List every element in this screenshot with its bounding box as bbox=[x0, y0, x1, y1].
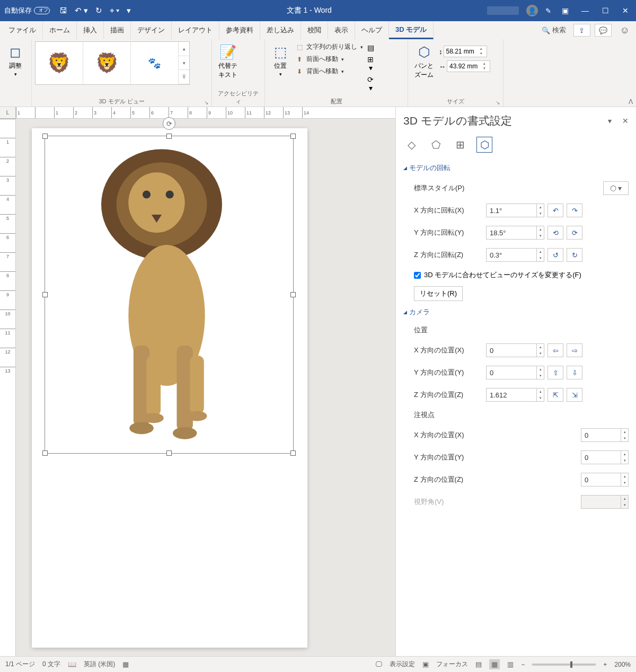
resize-handle-w[interactable] bbox=[42, 292, 48, 297]
zoom-in-button[interactable]: + bbox=[603, 661, 607, 668]
z-rotation-input[interactable]: 0.3°▴▾ bbox=[486, 248, 544, 262]
rotation-section[interactable]: モデルの回転 bbox=[403, 161, 629, 175]
width-input[interactable]: 43.92 mm▴▾ bbox=[447, 60, 490, 72]
selection-pane-icon[interactable]: ▤ bbox=[365, 43, 376, 52]
tab-design[interactable]: デザイン bbox=[131, 21, 172, 39]
qat-more-icon[interactable]: ▾ bbox=[127, 6, 131, 15]
x-rot-right-button[interactable]: ↷ bbox=[567, 204, 582, 217]
vertical-ruler[interactable]: 12345678910111213 bbox=[0, 119, 16, 656]
display-settings-icon[interactable]: 🖵 bbox=[375, 660, 382, 668]
pen-icon[interactable]: ✎ bbox=[545, 7, 551, 15]
tab-references[interactable]: 参考資料 bbox=[219, 21, 260, 39]
search-box[interactable]: 🔍検索 bbox=[536, 21, 571, 39]
tab-layout[interactable]: レイアウト bbox=[172, 21, 219, 39]
word-count[interactable]: 0 文字 bbox=[42, 660, 60, 669]
resize-handle-e[interactable] bbox=[290, 292, 296, 297]
view-thumb-2[interactable]: 🦁 bbox=[83, 42, 131, 84]
web-layout-icon[interactable]: ▥ bbox=[507, 660, 514, 668]
resize-handle-ne[interactable] bbox=[290, 134, 296, 139]
tab-draw[interactable]: 描画 bbox=[104, 21, 131, 39]
preset-dropdown[interactable]: ⬡ ▾ bbox=[603, 181, 629, 195]
x-pos-left-button[interactable]: ⇦ bbox=[547, 343, 563, 357]
collapse-ribbon-icon[interactable]: ᐱ bbox=[629, 98, 633, 105]
focus-icon[interactable]: ▣ bbox=[422, 660, 429, 668]
pane-options-icon[interactable]: ▾ bbox=[608, 117, 612, 125]
reset-button[interactable]: リセット(R) bbox=[414, 286, 463, 301]
print-layout-icon[interactable]: ▦ bbox=[489, 659, 500, 669]
x-rotation-input[interactable]: 1.1°▴▾ bbox=[486, 204, 544, 217]
resize-handle-se[interactable] bbox=[290, 450, 296, 456]
z-rot-cw-button[interactable]: ↻ bbox=[567, 248, 582, 262]
macro-icon[interactable]: ▦ bbox=[122, 660, 129, 668]
3d-views-gallery[interactable]: 🦁 🦁 🐾 ▴▾⊽ bbox=[35, 41, 190, 85]
display-settings-label[interactable]: 表示設定 bbox=[390, 660, 415, 669]
tab-home[interactable]: ホーム bbox=[43, 21, 77, 39]
horizontal-ruler[interactable]: 11234567891011121314 bbox=[16, 107, 395, 119]
touch-icon[interactable]: ⌖ ▾ bbox=[110, 6, 119, 15]
rotate-icon[interactable]: ⟳ ▾ bbox=[365, 75, 376, 92]
y-rotation-input[interactable]: 18.5°▴▾ bbox=[486, 226, 544, 240]
z-rot-ccw-button[interactable]: ↺ bbox=[547, 248, 563, 262]
tab-file[interactable]: ファイル bbox=[2, 21, 43, 39]
lion-3d-model[interactable] bbox=[58, 144, 265, 446]
send-backward-button[interactable]: ⬇背面へ移動▾ bbox=[295, 66, 363, 77]
resize-handle-n[interactable] bbox=[166, 134, 172, 139]
resize-handle-sw[interactable] bbox=[42, 450, 48, 456]
focus-label[interactable]: フォーカス bbox=[436, 660, 468, 669]
undo-icon[interactable]: ↶ ▾ bbox=[75, 6, 88, 15]
resize-handle-nw[interactable] bbox=[42, 134, 48, 139]
spell-check-icon[interactable]: 📖 bbox=[68, 660, 76, 668]
tab-view[interactable]: 表示 bbox=[328, 21, 355, 39]
page-count[interactable]: 1/1 ページ bbox=[5, 660, 35, 669]
x-rot-left-button[interactable]: ↶ bbox=[547, 204, 563, 217]
y-pos-up-button[interactable]: ⇧ bbox=[547, 366, 563, 379]
rotate-handle[interactable]: ⟳ bbox=[163, 117, 175, 130]
pane-tab-3d[interactable]: ⬡ bbox=[476, 137, 492, 153]
z-pos-input[interactable]: 1.612▴▾ bbox=[486, 388, 544, 402]
pane-tab-fill[interactable]: ◇ bbox=[403, 137, 419, 153]
read-mode-icon[interactable]: ▤ bbox=[475, 660, 482, 668]
wrap-text-button[interactable]: ⬚文字列の折り返し▾ bbox=[295, 41, 363, 52]
view-thumb-3[interactable]: 🐾 bbox=[131, 42, 179, 84]
pane-tab-layout[interactable]: ⊞ bbox=[452, 137, 468, 153]
camera-section[interactable]: カメラ bbox=[403, 305, 629, 319]
alt-text-button[interactable]: 📝代替テ キスト bbox=[215, 41, 241, 82]
comments-button[interactable]: 💬 bbox=[595, 24, 612, 37]
tab-insert[interactable]: 挿入 bbox=[77, 21, 104, 39]
fit-view-checkbox[interactable] bbox=[414, 272, 421, 279]
tab-3d-model[interactable]: 3D モデル bbox=[389, 21, 434, 39]
maximize-button[interactable]: ☐ bbox=[599, 6, 612, 15]
bring-forward-button[interactable]: ⬆前面へ移動▾ bbox=[295, 54, 363, 65]
lz-input[interactable]: 0▴▾ bbox=[581, 473, 629, 487]
share-button[interactable]: ⇪ bbox=[573, 24, 590, 37]
y-rot-left-button[interactable]: ⟲ bbox=[547, 226, 563, 240]
y-pos-down-button[interactable]: ⇩ bbox=[567, 366, 582, 379]
pan-zoom-button[interactable]: ⬡パンと ズーム bbox=[411, 41, 437, 82]
y-rot-right-button[interactable]: ⟳ bbox=[567, 226, 582, 240]
autosave-toggle[interactable]: 自動保存 bbox=[4, 6, 50, 15]
y-pos-input[interactable]: 0▴▾ bbox=[486, 366, 544, 379]
document-area[interactable]: L 11234567891011121314 12345678910111213… bbox=[0, 107, 395, 656]
minimize-button[interactable]: — bbox=[579, 6, 591, 15]
adjust-button[interactable]: ◻調整▾ bbox=[3, 41, 28, 79]
x-pos-input[interactable]: 0▴▾ bbox=[486, 343, 544, 357]
close-button[interactable]: ✕ bbox=[619, 6, 632, 15]
tab-mailings[interactable]: 差し込み bbox=[260, 21, 301, 39]
redo-icon[interactable]: ↻ bbox=[95, 6, 102, 15]
align-icon[interactable]: ⊞ ▾ bbox=[365, 55, 376, 72]
feedback-icon[interactable]: ☺ bbox=[614, 21, 636, 39]
zoom-out-button[interactable]: − bbox=[521, 661, 525, 668]
zoom-slider[interactable] bbox=[532, 664, 596, 666]
lx-input[interactable]: 0▴▾ bbox=[581, 428, 629, 442]
save-icon[interactable]: 🖫 bbox=[59, 6, 67, 15]
z-pos-in-button[interactable]: ⇱ bbox=[547, 388, 563, 402]
ly-input[interactable]: 0▴▾ bbox=[581, 450, 629, 464]
gallery-down-icon[interactable]: ▾ bbox=[179, 56, 189, 70]
resize-handle-s[interactable] bbox=[166, 450, 172, 456]
language[interactable]: 英語 (米国) bbox=[84, 660, 115, 669]
x-pos-right-button[interactable]: ⇨ bbox=[567, 343, 582, 357]
position-button[interactable]: ⬚位置▾ bbox=[268, 41, 293, 79]
view-thumb-1[interactable]: 🦁 bbox=[36, 42, 83, 84]
pane-tab-effects[interactable]: ⬠ bbox=[428, 137, 444, 153]
zoom-level[interactable]: 200% bbox=[614, 661, 631, 668]
